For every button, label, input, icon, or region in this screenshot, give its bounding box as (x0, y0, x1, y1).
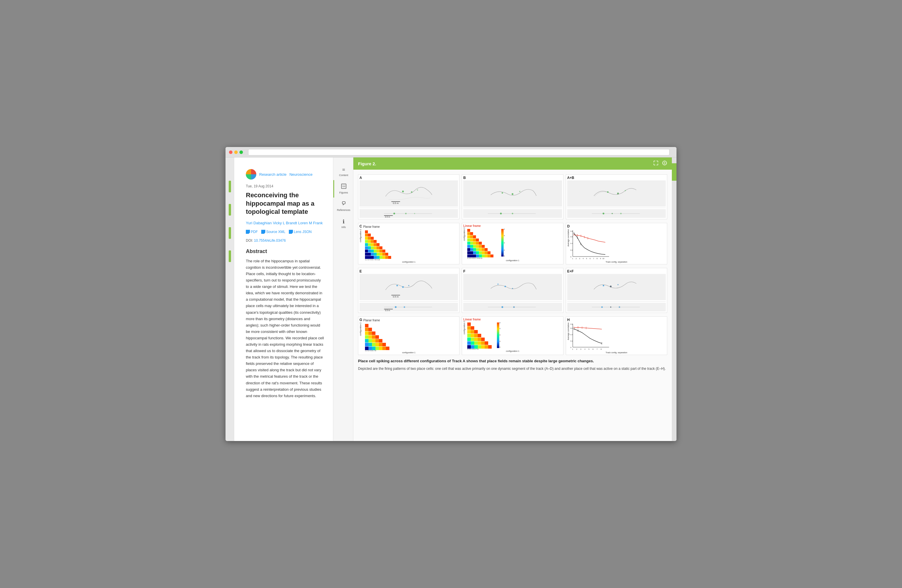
address-bar[interactable] (248, 149, 670, 155)
svg-rect-79 (470, 235, 473, 238)
nav-info[interactable]: ℹ Info (333, 215, 353, 232)
panel-A-image: 0.5 m (359, 180, 458, 206)
svg-text:2: 2 (576, 348, 578, 350)
panel-EF-label: E+F (567, 269, 666, 274)
article-category[interactable]: Neuroscience (290, 172, 313, 177)
svg-point-23 (607, 191, 609, 193)
svg-rect-199 (386, 347, 389, 350)
panel-C-linear-heatmap: 1 2 3 4 5 6 7 8 9 10 (466, 227, 501, 260)
svg-text:0.2: 0.2 (570, 249, 573, 251)
article-panel: Research article Neuroscience Tue, 19 Au… (234, 158, 333, 441)
minimize-button[interactable] (234, 150, 238, 154)
svg-rect-43 (377, 243, 379, 246)
svg-point-163 (512, 288, 513, 289)
panel-A-linear: 0.5 m (359, 209, 458, 218)
panel-D-label: D (567, 224, 570, 228)
nav-content[interactable]: ≡ Content (333, 163, 353, 180)
svg-rect-92 (473, 245, 476, 248)
panel-G-y-label: configuration 2 (359, 322, 362, 336)
svg-rect-109 (485, 251, 488, 254)
nav-sidebar: ≡ Content Figures References ℹ Info (333, 158, 353, 441)
panel-AB-label: A+B (567, 176, 666, 180)
svg-point-22 (512, 213, 513, 214)
doi-link[interactable]: 10.7554/eLife.03476 (254, 239, 286, 242)
svg-rect-57 (365, 253, 368, 256)
svg-rect-201 (467, 322, 471, 326)
svg-rect-51 (368, 250, 371, 252)
svg-rect-87 (473, 242, 476, 245)
panel-D-chart: 0 0.2 0.4 0.6 0.8 1 2 3 4 5 (570, 229, 611, 261)
svg-rect-103 (467, 251, 470, 254)
svg-rect-44 (365, 246, 368, 249)
pdf-link[interactable]: PDF (246, 230, 258, 234)
author-1[interactable]: Yuri Dabaghian (246, 221, 272, 225)
right-scrollbar[interactable] (672, 158, 676, 441)
svg-text:0.4: 0.4 (570, 242, 573, 244)
svg-rect-70 (379, 256, 382, 259)
svg-rect-182 (365, 339, 368, 342)
panel-D-y-label: Average correlation (567, 229, 569, 247)
source-xml-link[interactable]: Source XML (261, 230, 285, 234)
svg-rect-49 (379, 246, 382, 249)
svg-rect-42 (374, 243, 377, 246)
svg-rect-191 (379, 343, 382, 346)
panel-F-linear (463, 303, 562, 311)
svg-rect-118 (488, 255, 490, 257)
svg-rect-208 (471, 334, 474, 337)
panel-C-linear-subtitle: Linear frame (463, 224, 481, 227)
figure-panel: Figure 2. A (353, 158, 672, 441)
authors-list: Yuri Dabaghian Vicky L Brandt Loren M Fr… (246, 221, 324, 225)
maximize-button[interactable] (240, 150, 243, 154)
author-3[interactable]: Loren M Frank (298, 221, 323, 225)
svg-point-170 (610, 307, 611, 308)
svg-text:7: 7 (597, 348, 598, 350)
figure-row-2: C Planar frame configuration 2 (358, 223, 667, 264)
lens-json-link[interactable]: Lens JSON (289, 230, 312, 234)
article-type[interactable]: Research article (259, 172, 287, 177)
svg-text:8: 8 (601, 348, 602, 350)
panel-C-y-label: configuration 2 (359, 229, 362, 242)
svg-point-28 (620, 213, 622, 214)
svg-rect-37 (371, 240, 374, 243)
svg-text:8: 8 (597, 258, 598, 260)
panel-A-label: A (359, 176, 458, 180)
svg-rect-206 (474, 330, 478, 333)
svg-rect-189 (372, 343, 376, 346)
download-button[interactable] (662, 160, 667, 167)
nav-references[interactable]: References (333, 197, 353, 215)
svg-rect-34 (371, 237, 374, 240)
figure-title: Figure 2. (358, 161, 376, 166)
svg-rect-106 (476, 251, 479, 254)
svg-rect-36 (368, 240, 371, 243)
panel-EF-linear (567, 303, 666, 311)
xml-icon (261, 230, 265, 234)
panel-F-image (463, 274, 562, 300)
scrollbar-accent (672, 163, 676, 181)
author-2[interactable]: Vicky L Brandt (273, 221, 297, 225)
figure-row-4: G Planar frame configuration 2 (358, 316, 667, 355)
svg-rect-185 (376, 339, 379, 342)
svg-rect-190 (376, 343, 379, 346)
figure-caption-text: Depicted are the firing patterns of two … (358, 366, 667, 372)
left-bar-2 (229, 204, 231, 216)
panel-H-y-label: Average correlation (567, 322, 569, 340)
svg-point-9 (411, 191, 412, 193)
figures-icon (341, 184, 346, 190)
expand-button[interactable] (653, 160, 658, 167)
svg-rect-35 (365, 240, 368, 243)
journal-logo (246, 169, 256, 180)
svg-rect-102 (485, 248, 488, 251)
nav-figures[interactable]: Figures (333, 180, 353, 197)
panel-H-x-label: Track config. separation (567, 352, 666, 353)
svg-rect-33 (368, 237, 371, 240)
svg-rect-39 (365, 243, 368, 246)
panel-E-image: 0.5 m (359, 274, 458, 300)
svg-point-167 (610, 286, 611, 287)
svg-rect-53 (374, 250, 377, 252)
svg-rect-217 (471, 341, 474, 345)
svg-text:0.5 m: 0.5 m (385, 216, 390, 218)
svg-point-19 (512, 193, 514, 195)
panel-AB-image (567, 180, 666, 206)
close-button[interactable] (229, 150, 232, 154)
svg-point-161 (498, 283, 499, 285)
